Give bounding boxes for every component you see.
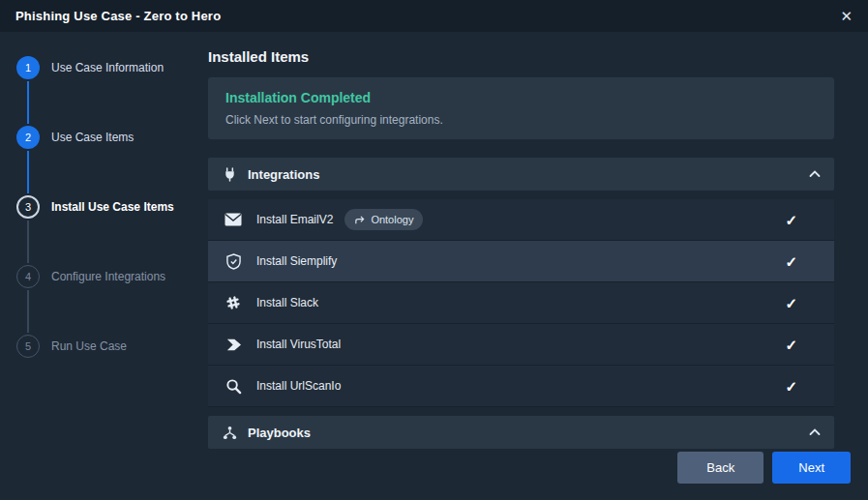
list-item-install-emailv2[interactable]: Install EmailV2 Ontology ✓ (208, 199, 834, 241)
list-item-install-virustotal[interactable]: Install VirusTotal ✓ (208, 324, 834, 366)
check-icon: ✓ (785, 213, 797, 227)
list-item-install-slack[interactable]: Install Slack ✓ (208, 282, 834, 324)
step-number: 4 (16, 265, 40, 288)
email-icon (224, 213, 243, 226)
item-label: Install UrlScanIo (256, 379, 341, 393)
item-label: Install Siemplify (256, 254, 337, 268)
chevron-up-icon[interactable] (809, 428, 821, 436)
ontology-badge-label: Ontology (371, 214, 413, 225)
step-configure-integrations[interactable]: 4 Configure Integrations (0, 265, 208, 335)
step-label: Install Use Case Items (51, 195, 174, 219)
integrations-icon (222, 166, 238, 183)
integrations-section-header[interactable]: Integrations (208, 158, 834, 191)
step-connector (27, 290, 29, 333)
item-label: Install EmailV2 (256, 213, 333, 226)
integrations-section-label: Integrations (248, 167, 319, 182)
magnifier-icon (224, 378, 243, 395)
playbooks-section-label: Playbooks (248, 426, 311, 440)
step-number: 5 (16, 335, 40, 358)
step-run-use-case[interactable]: 5 Run Use Case (0, 335, 208, 404)
step-use-case-items[interactable]: 2 Use Case Items (0, 126, 208, 195)
playbooks-icon (222, 425, 238, 441)
banner-subtitle: Click Next to start configuring integrat… (225, 113, 817, 127)
item-label: Install Slack (256, 296, 318, 309)
banner-title: Installation Completed (225, 90, 817, 105)
chevron-up-icon[interactable] (809, 170, 821, 178)
next-button[interactable]: Next (772, 452, 851, 484)
dialog-title: Phishing Use Case - Zero to Hero (15, 9, 221, 23)
page-title: Installed Items (208, 48, 834, 65)
siemplify-icon (224, 253, 243, 270)
check-icon: ✓ (785, 338, 797, 352)
slack-icon (224, 295, 243, 310)
step-number: 2 (16, 126, 40, 149)
step-label: Use Case Items (51, 126, 134, 149)
check-icon: ✓ (785, 254, 797, 269)
wizard-stepper: 1 Use Case Information 2 Use Case Items … (0, 32, 208, 500)
dialog-header: Phishing Use Case - Zero to Hero ✕ (0, 0, 868, 32)
close-icon[interactable]: ✕ (840, 9, 853, 23)
integrations-item-list: Install EmailV2 Ontology ✓ Install Siemp (208, 199, 834, 407)
virustotal-icon (224, 338, 243, 352)
step-install-use-case-items[interactable]: 3 Install Use Case Items (0, 195, 208, 265)
check-icon: ✓ (785, 296, 797, 310)
step-label: Configure Integrations (51, 265, 165, 288)
step-use-case-information[interactable]: 1 Use Case Information (0, 56, 208, 126)
ontology-badge: Ontology (344, 209, 423, 230)
ontology-icon (354, 215, 365, 225)
step-connector (27, 221, 29, 263)
playbooks-section-header[interactable]: Playbooks (208, 416, 834, 449)
item-label: Install VirusTotal (256, 338, 341, 351)
use-case-wizard-dialog: Phishing Use Case - Zero to Hero ✕ 1 Use… (0, 0, 868, 500)
step-label: Use Case Information (51, 56, 164, 79)
main-content: Installed Items Installation Completed C… (208, 32, 834, 500)
back-button[interactable]: Back (677, 452, 763, 484)
step-number: 1 (16, 56, 40, 79)
dialog-footer: Back Next (677, 452, 851, 484)
installation-status-banner: Installation Completed Click Next to sta… (208, 77, 834, 139)
list-item-install-urlscanio[interactable]: Install UrlScanIo ✓ (208, 366, 834, 407)
step-connector (27, 151, 29, 193)
list-item-install-siemplify[interactable]: Install Siemplify ✓ (208, 241, 834, 282)
step-number: 3 (16, 195, 40, 219)
check-icon: ✓ (785, 379, 797, 394)
step-label: Run Use Case (51, 335, 127, 358)
step-connector (27, 81, 29, 124)
